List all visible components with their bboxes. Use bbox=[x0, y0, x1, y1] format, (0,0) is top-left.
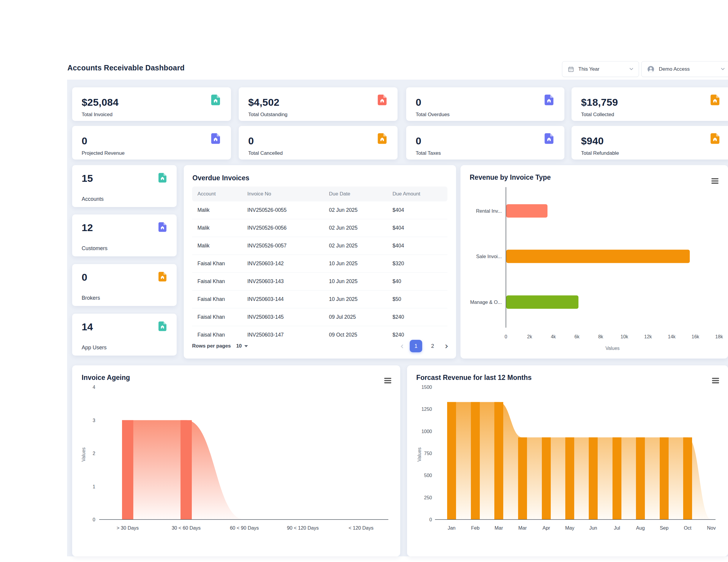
bar-5 bbox=[565, 438, 574, 520]
y-tick-label: 4 bbox=[93, 385, 95, 390]
overdue-invoices-title: Overdue Invoices bbox=[192, 174, 249, 182]
hbar-0 bbox=[506, 204, 547, 218]
invoice-ageing-title: Invoice Ageing bbox=[82, 374, 130, 382]
table-row: Faisal KhanINV250603-14310 Jun 2025$40 bbox=[192, 273, 447, 291]
stat-card: 0Brokers bbox=[72, 264, 177, 306]
table-cell: 10 Jun 2025 bbox=[324, 291, 387, 308]
table-cell: Faisal Khan bbox=[192, 255, 242, 273]
table-cell: Malik bbox=[192, 219, 242, 237]
invoice-file-icon bbox=[157, 271, 168, 282]
table-cell: $240 bbox=[387, 308, 447, 326]
table-cell: Malik bbox=[192, 237, 242, 255]
x-category-label: Mar bbox=[495, 525, 503, 531]
y-tick-label: 750 bbox=[424, 451, 432, 456]
x-category-label: Aug bbox=[636, 525, 645, 531]
overdue-invoices-table-wrap: Account Invoice No Due Date Due Amount M… bbox=[192, 186, 447, 338]
period-select-value: This Year bbox=[578, 66, 599, 72]
forecast-revenue-panel: 1500125010007505002500JanFebMarMarAprMay… bbox=[407, 365, 728, 556]
kpi-label: Total Invoiced bbox=[82, 112, 113, 118]
kpi-value: $25,084 bbox=[82, 97, 118, 107]
table-row: MalikINV250526-005702 Jun 2025$404 bbox=[192, 237, 447, 255]
y-tick-label: 250 bbox=[424, 495, 432, 500]
calendar-icon bbox=[568, 66, 574, 72]
x-category-label: Sep bbox=[660, 525, 668, 531]
table-cell: Malik bbox=[192, 201, 242, 219]
table-cell: Faisal Khan bbox=[192, 308, 242, 326]
table-cell: $50 bbox=[387, 291, 447, 308]
kpi-value: 0 bbox=[248, 135, 254, 146]
column-header: Account bbox=[192, 186, 242, 201]
kpi-card: 0Total Overdues bbox=[406, 87, 564, 121]
table-header-row: Account Invoice No Due Date Due Amount bbox=[192, 186, 447, 201]
table-cell: Faisal Khan bbox=[192, 326, 242, 338]
kpi-card: $25,084Total Invoiced bbox=[72, 87, 231, 121]
table-cell: $404 bbox=[387, 219, 447, 237]
table-footer: Rows per pages 10 ‹ 12 › bbox=[192, 339, 448, 353]
revenue-chart-title: Revenue by Invoice Type bbox=[470, 173, 551, 181]
y-tick-label: 0 bbox=[93, 517, 95, 522]
period-select[interactable]: This Year bbox=[562, 61, 639, 77]
kpi-label: Total Cancelled bbox=[248, 150, 283, 156]
pagination: ‹ 12 › bbox=[400, 340, 448, 352]
x-tick-label: 16k bbox=[691, 334, 699, 339]
bar-8 bbox=[636, 438, 645, 520]
chart-menu-icon[interactable] bbox=[711, 178, 719, 184]
caret-down-icon bbox=[244, 345, 248, 347]
rows-per-page-value: 10 bbox=[236, 343, 242, 349]
pagination-page-2[interactable]: 2 bbox=[426, 340, 439, 352]
invoice-file-icon bbox=[543, 132, 555, 144]
kpi-card: 0Total Cancelled bbox=[239, 126, 398, 159]
invoice-file-icon bbox=[157, 221, 168, 232]
pagination-page-1[interactable]: 1 bbox=[410, 340, 422, 352]
x-category-label: 90 < 120 Days bbox=[287, 525, 319, 531]
invoice-file-icon bbox=[157, 321, 168, 332]
dashboard-page: Accounts Receivable Dashboard This Year bbox=[0, 0, 728, 562]
user-select[interactable]: Demo Access bbox=[641, 61, 728, 77]
kpi-card: $18,759Total Collected bbox=[572, 87, 728, 121]
bar-6 bbox=[589, 438, 598, 520]
y-tick-label: 1 bbox=[93, 484, 95, 489]
rows-per-page-select[interactable]: 10 bbox=[236, 343, 248, 349]
x-category-label: < 120 Days bbox=[349, 525, 374, 531]
kpi-label: Total Outstanding bbox=[248, 112, 287, 118]
table-cell: $40 bbox=[387, 273, 447, 291]
stat-label: App Users bbox=[82, 345, 107, 351]
invoice-file-icon bbox=[543, 94, 555, 106]
pagination-next-icon[interactable]: › bbox=[445, 342, 448, 351]
area-fill bbox=[447, 402, 711, 520]
invoice-ageing-panel: 43210> 30 Days30 < 60 Days60 < 90 Days90… bbox=[72, 365, 400, 556]
invoice-file-icon bbox=[210, 132, 221, 144]
bar-7 bbox=[613, 438, 621, 520]
x-tick-label: 18k bbox=[715, 334, 723, 339]
kpi-value: 0 bbox=[416, 97, 421, 107]
y-tick-label: 2 bbox=[93, 451, 95, 456]
table-cell: INV250603-147 bbox=[242, 326, 324, 338]
table-cell: INV250526-0055 bbox=[242, 201, 324, 219]
table-cell: $240 bbox=[387, 326, 447, 338]
table-cell: 09 Oct 2025 bbox=[324, 326, 387, 338]
kpi-value: 0 bbox=[416, 135, 421, 146]
hbar-category-label: Rental Inv... bbox=[476, 208, 502, 213]
table-cell: $404 bbox=[387, 237, 447, 255]
revenue-by-invoice-type-chart: Rental Inv...Sale Invoi...Manage & O...0… bbox=[460, 165, 728, 359]
invoice-ageing-chart: 43210> 30 Days30 < 60 Days60 < 90 Days90… bbox=[72, 365, 400, 556]
kpi-value: $940 bbox=[581, 135, 604, 146]
stat-label: Customers bbox=[82, 245, 107, 251]
chart-menu-icon[interactable] bbox=[712, 378, 720, 384]
chevron-down-icon bbox=[629, 68, 633, 70]
kpi-label: Total Overdues bbox=[416, 112, 450, 118]
x-axis-title: Values bbox=[605, 346, 620, 351]
kpi-label: Total Refundable bbox=[581, 150, 619, 156]
x-tick-label: 4k bbox=[551, 334, 556, 339]
y-tick-label: 0 bbox=[429, 517, 432, 522]
stat-value: 0 bbox=[82, 272, 87, 283]
pagination-prev-icon[interactable]: ‹ bbox=[400, 342, 404, 351]
bar-9 bbox=[660, 438, 669, 520]
x-category-label: Nov bbox=[707, 525, 716, 531]
column-header: Invoice No bbox=[242, 186, 324, 201]
x-tick-label: 12k bbox=[644, 334, 652, 339]
table-cell: Faisal Khan bbox=[192, 273, 242, 291]
x-tick-label: 6k bbox=[575, 334, 580, 339]
chart-menu-icon[interactable] bbox=[384, 378, 392, 384]
x-tick-label: 14k bbox=[668, 334, 676, 339]
